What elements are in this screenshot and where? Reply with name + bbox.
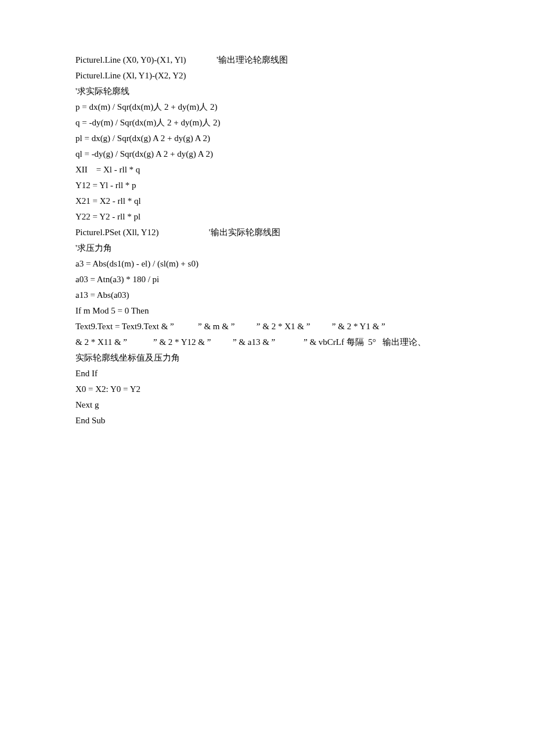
code-line: X21 = X2 - rll * ql <box>75 193 459 209</box>
code-line: '求实际轮廓线 <box>75 84 459 99</box>
code-line: a03 = Atn(a3) * 180 / pi <box>75 272 459 287</box>
code-line: End If <box>75 366 459 381</box>
code-line: X0 = X2: Y0 = Y2 <box>75 381 459 397</box>
code-line: p = dx(m) / Sqr(dx(m)人 2 + dy(m)人 2) <box>75 99 459 115</box>
code-line: Next g <box>75 397 459 413</box>
code-line: a13 = Abs(a03) <box>75 287 459 303</box>
code-line: XII = Xl - rll * q <box>75 162 459 178</box>
code-line: '求压力角 <box>75 240 459 256</box>
code-line: If m Mod 5 = 0 Then <box>75 303 459 319</box>
code-line: Y22 = Y2 - rll * pl <box>75 209 459 225</box>
code-line: q = -dy(m) / Sqr(dx(m)人 2 + dy(m)人 2) <box>75 115 459 131</box>
code-line: pl = dx(g) / Sqr(dx(g) A 2 + dy(g) A 2) <box>75 131 459 146</box>
code-line: & 2 * X11 & ” ” & 2 * Y12 & ” ” & a13 & … <box>75 334 459 350</box>
code-line: Picturel.PSet (Xll, Y12) '输出实际轮廓线图 <box>75 225 459 240</box>
code-line: ql = -dy(g) / Sqr(dx(g) A 2 + dy(g) A 2) <box>75 146 459 162</box>
code-line: Y12 = Yl - rll * p <box>75 178 459 193</box>
code-line: Picturel.Line (Xl, Y1)-(X2, Y2) <box>75 68 459 84</box>
code-line: End Sub <box>75 413 459 429</box>
code-line: Text9.Text = Text9.Text & ” ” & m & ” ” … <box>75 319 459 334</box>
document-page: Picturel.Line (X0, Y0)-(X1, Yl) '输出理论轮廓线… <box>0 0 534 429</box>
code-line: a3 = Abs(ds1(m) - el) / (sl(m) + s0) <box>75 256 459 272</box>
code-line: Picturel.Line (X0, Y0)-(X1, Yl) '输出理论轮廓线… <box>75 52 459 68</box>
code-line: 实际轮廓线坐标值及压力角 <box>75 350 459 366</box>
